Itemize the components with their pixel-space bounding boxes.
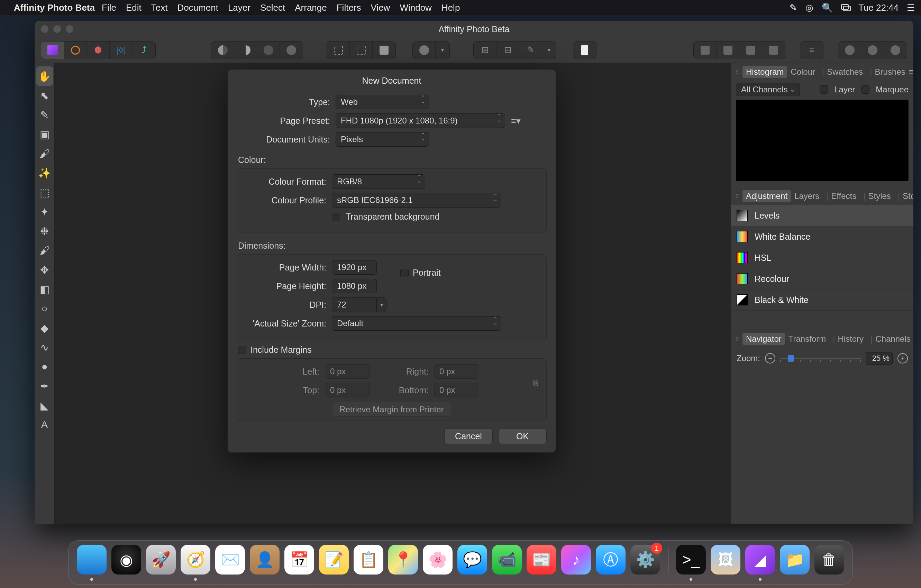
margin-right-field[interactable]: 0 px bbox=[434, 364, 479, 379]
adjustment-white-balance[interactable]: White Balance bbox=[731, 226, 913, 247]
dock-preferences[interactable]: ⚙️1 bbox=[630, 545, 660, 575]
arrange-move-forward-btn[interactable] bbox=[716, 42, 739, 59]
tab-effects[interactable]: Effects bbox=[823, 190, 860, 202]
control-center-icon[interactable] bbox=[841, 4, 851, 11]
dock-launchpad[interactable]: 🚀 bbox=[146, 545, 176, 575]
selection-refine-btn[interactable] bbox=[327, 42, 350, 59]
colour-format-select[interactable]: RGB/8 bbox=[332, 174, 425, 189]
assistant-dropdown[interactable]: ▾ bbox=[542, 42, 556, 59]
persona-export[interactable]: ⤴ bbox=[132, 42, 155, 59]
hand-tool[interactable]: ✋ bbox=[36, 67, 53, 86]
margin-left-field[interactable]: 0 px bbox=[325, 364, 370, 379]
assistant-btn[interactable]: ✎ bbox=[519, 42, 542, 59]
crop-tool[interactable]: ▣ bbox=[36, 125, 53, 144]
clone-brush[interactable]: ✥ bbox=[36, 260, 53, 279]
smudge-brush[interactable]: ∿ bbox=[36, 338, 53, 357]
boolean-add-btn[interactable] bbox=[838, 42, 861, 59]
menu-window[interactable]: Window bbox=[400, 2, 431, 13]
bw-toolbar-btn[interactable] bbox=[257, 42, 280, 59]
dock-contacts[interactable]: 👤 bbox=[250, 545, 280, 575]
dock-photos[interactable]: 🌸 bbox=[423, 545, 452, 575]
tab-histogram[interactable]: Histogram bbox=[742, 66, 787, 78]
flood-select[interactable]: ✨ bbox=[36, 163, 53, 183]
marquee-tool[interactable]: ⬚ bbox=[36, 183, 53, 202]
menu-select[interactable]: Select bbox=[260, 2, 285, 13]
dpi-dropdown-arrow[interactable]: ▾ bbox=[377, 297, 386, 312]
panel-grip-icon[interactable]: ⠿ bbox=[735, 69, 739, 75]
white-balance-toolbar-btn[interactable] bbox=[280, 42, 303, 59]
type-select[interactable]: Web bbox=[335, 95, 429, 109]
adjustment-black-white[interactable]: Black & White bbox=[731, 289, 913, 310]
persona-liquify[interactable] bbox=[64, 42, 87, 59]
arrange-to-back-btn[interactable] bbox=[739, 42, 762, 59]
levels-toolbar-btn[interactable] bbox=[212, 42, 234, 59]
color-picker-tool[interactable]: ✎ bbox=[36, 105, 53, 125]
tab-styles[interactable]: Styles bbox=[860, 190, 894, 202]
panel-menu-icon[interactable]: ≡▾ bbox=[909, 67, 913, 76]
colour-profile-select[interactable]: sRGB IEC61966-2.1 bbox=[332, 193, 501, 208]
page-preset-select[interactable]: FHD 1080p (1920 x 1080, 16:9) bbox=[335, 114, 505, 128]
histogram-layer-checkbox[interactable] bbox=[820, 85, 828, 94]
tab-colour[interactable]: Colour bbox=[787, 66, 818, 78]
adjustment-hsl[interactable]: HSL bbox=[731, 247, 913, 268]
dock-finder[interactable] bbox=[77, 545, 107, 575]
boolean-intersect-btn[interactable] bbox=[884, 42, 907, 59]
histogram-channel-select[interactable]: All Channels bbox=[736, 83, 800, 96]
adjustment-levels[interactable]: Levels bbox=[731, 205, 913, 226]
arrange-to-front-btn[interactable] bbox=[762, 42, 785, 59]
status-icon[interactable]: ◎ bbox=[805, 2, 814, 13]
zoom-value-field[interactable]: 25 % bbox=[866, 352, 893, 365]
include-margins-checkbox[interactable] bbox=[238, 346, 246, 354]
persona-develop[interactable]: ⬢ bbox=[87, 42, 110, 59]
dock-affinity-photo[interactable]: ◢ bbox=[745, 545, 775, 575]
cancel-button[interactable]: Cancel bbox=[444, 429, 493, 444]
menu-filters[interactable]: Filters bbox=[337, 2, 361, 13]
fill-tool[interactable]: ◆ bbox=[36, 318, 53, 338]
boolean-subtract-btn[interactable] bbox=[861, 42, 884, 59]
tab-stock[interactable]: Stock bbox=[894, 190, 913, 202]
tab-channels[interactable]: Channels bbox=[867, 333, 913, 345]
clock[interactable]: Tue 22:44 bbox=[858, 2, 898, 13]
move-tool[interactable]: ⬉ bbox=[36, 86, 53, 105]
tab-navigator[interactable]: Navigator bbox=[742, 333, 785, 345]
dock-itunes[interactable]: ♪ bbox=[561, 545, 591, 575]
text-tool[interactable]: A bbox=[36, 415, 53, 434]
histogram-marquee-checkbox[interactable] bbox=[861, 85, 869, 94]
margin-top-field[interactable]: 0 px bbox=[325, 383, 370, 398]
zoom-slider[interactable] bbox=[780, 357, 861, 359]
snapping-btn[interactable]: ⊞ bbox=[474, 42, 496, 59]
tab-brushes[interactable]: Brushes bbox=[866, 66, 908, 78]
panel-grip-icon[interactable]: ⠿ bbox=[735, 336, 739, 343]
app-name[interactable]: Affinity Photo Beta bbox=[14, 2, 95, 13]
dock-mail[interactable]: ✉️ bbox=[215, 545, 245, 575]
dock-safari[interactable]: 🧭 bbox=[181, 545, 210, 575]
persona-tone-mapping[interactable]: |◊| bbox=[110, 42, 132, 59]
light-ui-btn[interactable] bbox=[573, 42, 596, 59]
pen-tool[interactable]: ✒ bbox=[36, 376, 53, 396]
tab-transform[interactable]: Transform bbox=[785, 333, 829, 345]
margin-bottom-field[interactable]: 0 px bbox=[434, 383, 479, 398]
transparent-background-checkbox[interactable] bbox=[332, 213, 340, 221]
tab-history[interactable]: History bbox=[829, 333, 867, 345]
dock-terminal[interactable]: >_ bbox=[676, 545, 706, 575]
erase-brush[interactable]: ◧ bbox=[36, 279, 53, 299]
zoom-in-button[interactable]: + bbox=[897, 353, 908, 364]
dock-preview[interactable]: 🖼 bbox=[711, 545, 740, 575]
pen-tablet-status-icon[interactable]: ✎ bbox=[789, 2, 797, 13]
panel-grip-icon[interactable]: ⠿ bbox=[735, 193, 739, 200]
freehand-select[interactable]: ✦ bbox=[36, 202, 53, 221]
menu-edit[interactable]: Edit bbox=[126, 2, 142, 13]
force-pixel-align-btn[interactable]: ⊟ bbox=[496, 42, 519, 59]
selection-grow-btn[interactable] bbox=[373, 42, 395, 59]
dock-siri[interactable]: ◉ bbox=[111, 545, 141, 575]
tab-swatches[interactable]: Swatches bbox=[818, 66, 866, 78]
page-height-field[interactable]: 1080 px bbox=[332, 279, 377, 293]
healing-brush[interactable]: ❉ bbox=[36, 221, 53, 241]
dock-facetime[interactable]: 📹 bbox=[492, 545, 522, 575]
margin-link-icon[interactable]: ⎘ bbox=[531, 379, 540, 387]
persona-photo[interactable] bbox=[41, 42, 64, 59]
menu-layer[interactable]: Layer bbox=[228, 2, 251, 13]
menu-text[interactable]: Text bbox=[151, 2, 168, 13]
selection-invert-btn[interactable] bbox=[350, 42, 373, 59]
menu-view[interactable]: View bbox=[371, 2, 390, 13]
